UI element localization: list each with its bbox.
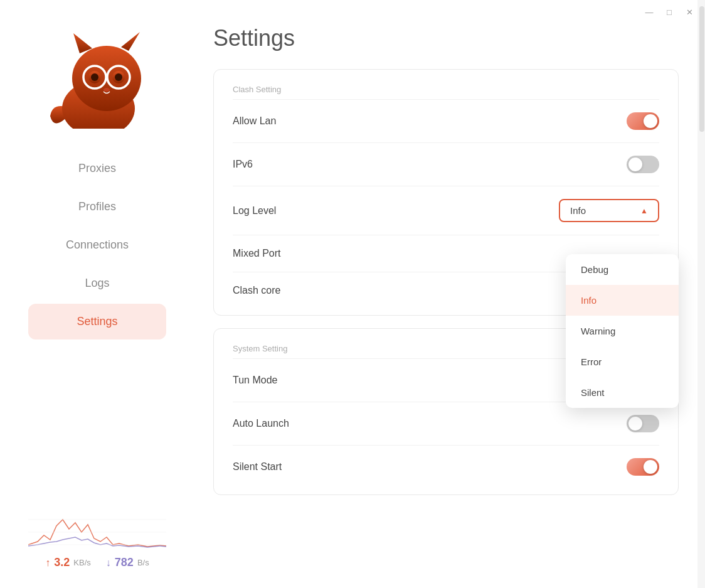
silent-start-toggle-knob: [644, 460, 657, 474]
scrollbar-thumb[interactable]: [699, 6, 704, 132]
clash-core-label: Clash core: [233, 285, 280, 296]
log-level-label: Log Level: [233, 205, 276, 216]
silent-start-toggle[interactable]: [627, 458, 659, 476]
allow-lan-row: Allow Lan: [233, 99, 659, 142]
svg-marker-3: [121, 32, 140, 51]
silent-start-row: Silent Start: [233, 445, 659, 488]
download-speed: ↓ 782 B/s: [106, 556, 149, 569]
titlebar: — □ ✕: [633, 0, 705, 24]
sidebar-item-profiles[interactable]: Profiles: [28, 189, 166, 225]
dropdown-item-warning[interactable]: Warning: [566, 316, 679, 346]
clash-section-label: Clash Setting: [233, 76, 659, 99]
scrollbar-track[interactable]: [697, 0, 705, 588]
select-arrow-icon: ▲: [640, 206, 648, 215]
upload-arrow-icon: ↑: [45, 557, 50, 569]
log-level-value: Info: [570, 205, 586, 216]
svg-point-6: [91, 73, 98, 81]
download-unit: B/s: [137, 558, 149, 567]
svg-point-11: [103, 88, 110, 92]
auto-launch-toggle-knob: [628, 417, 642, 430]
auto-launch-row: Auto Launch: [233, 402, 659, 445]
maximize-button[interactable]: □: [665, 8, 674, 16]
log-level-row: Log Level Info ▲: [233, 186, 659, 235]
allow-lan-toggle[interactable]: [627, 112, 659, 130]
allow-lan-label: Allow Lan: [233, 115, 276, 127]
auto-launch-toggle[interactable]: [627, 415, 659, 432]
dropdown-item-error[interactable]: Error: [566, 346, 679, 377]
page-title: Settings: [213, 25, 679, 51]
upload-unit: KB/s: [73, 558, 90, 567]
dropdown-item-silent[interactable]: Silent: [566, 377, 679, 408]
mixed-port-label: Mixed Port: [233, 248, 280, 259]
log-level-dropdown: Debug Info Warning Error Silent: [566, 254, 679, 408]
dropdown-item-info[interactable]: Info: [566, 285, 679, 316]
speed-chart: [28, 507, 166, 551]
sidebar-item-settings[interactable]: Settings: [28, 304, 166, 339]
allow-lan-toggle-knob: [644, 114, 657, 128]
sidebar-item-connections[interactable]: Connections: [28, 227, 166, 263]
download-value: 782: [115, 556, 134, 569]
close-button[interactable]: ✕: [685, 8, 694, 16]
tun-mode-label: Tun Mode: [233, 375, 277, 386]
sidebar-item-logs[interactable]: Logs: [28, 265, 166, 301]
ipv6-toggle-knob: [628, 158, 642, 171]
speed-stats: ↑ 3.2 KB/s ↓ 782 B/s: [45, 556, 149, 569]
ipv6-row: IPv6: [233, 142, 659, 186]
minimize-button[interactable]: —: [645, 8, 654, 16]
download-arrow-icon: ↓: [106, 557, 111, 569]
silent-start-label: Silent Start: [233, 461, 282, 473]
upload-speed: ↑ 3.2 KB/s: [45, 556, 91, 569]
ipv6-toggle[interactable]: [627, 156, 659, 173]
sidebar-item-proxies[interactable]: Proxies: [28, 151, 166, 186]
dropdown-item-debug[interactable]: Debug: [566, 254, 679, 285]
speed-monitor: ↑ 3.2 KB/s ↓ 782 B/s: [0, 507, 194, 569]
log-level-select[interactable]: Info ▲: [559, 199, 659, 222]
svg-point-9: [115, 73, 122, 81]
auto-launch-label: Auto Launch: [233, 418, 289, 429]
app-logo: [41, 13, 154, 138]
sidebar: Proxies Profiles Connections Logs Settin…: [0, 0, 194, 588]
ipv6-label: IPv6: [233, 159, 253, 170]
upload-value: 3.2: [54, 556, 70, 569]
